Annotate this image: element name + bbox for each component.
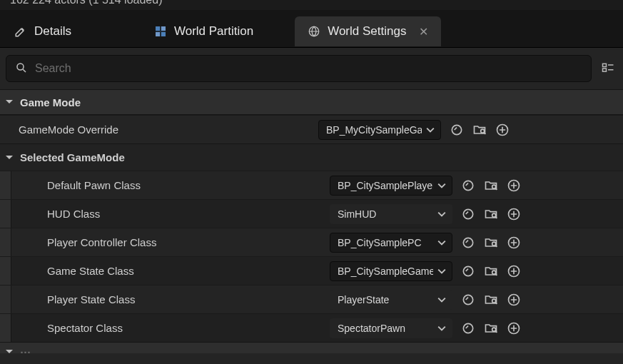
svg-rect-7	[603, 64, 607, 66]
row-gutter	[0, 200, 11, 228]
dropdown-player-controller[interactable]: BP_CitySamplePC	[330, 233, 452, 253]
disclosure-down-icon	[4, 347, 14, 354]
search-input[interactable]	[35, 62, 582, 75]
dropdown-player-state[interactable]: PlayerState	[330, 290, 452, 310]
row-game-state: Game State Class BP_CitySampleGameState	[0, 256, 623, 285]
label-text: Game State Class	[47, 265, 134, 277]
status-bar: 162 224 actors (1 514 loaded)	[0, 0, 623, 10]
browse-icon[interactable]	[482, 291, 500, 308]
disclosure-down-icon	[4, 153, 14, 163]
label-text: Player Controller Class	[47, 236, 156, 248]
grid-icon	[154, 25, 167, 38]
browse-icon[interactable]	[482, 263, 500, 280]
row-player-state: Player State Class PlayerState	[0, 285, 623, 313]
dropdown-value: SpectatorPawn	[338, 323, 433, 334]
subcategory-label: Selected GameMode	[20, 151, 125, 163]
svg-rect-1	[156, 26, 160, 31]
settings-grid-icon[interactable]	[599, 59, 617, 78]
browse-icon[interactable]	[482, 206, 500, 223]
chevron-down-icon	[437, 295, 446, 304]
close-icon[interactable]: ✕	[419, 25, 428, 39]
disclosure-down-icon	[4, 97, 14, 107]
reset-icon[interactable]	[460, 291, 477, 308]
tab-label: World Settings	[328, 24, 406, 39]
svg-rect-4	[161, 32, 166, 36]
label-text: Spectator Class	[47, 322, 123, 334]
row-spectator: Spectator Class SpectatorPawn	[0, 313, 623, 342]
dropdown-gamemode-override[interactable]: BP_MyCitySampleGameMode	[318, 120, 441, 140]
dropdown-hud-class[interactable]: SimHUD	[330, 204, 452, 224]
chevron-down-icon	[437, 181, 446, 190]
svg-point-9	[452, 125, 461, 134]
tab-label: Details	[34, 24, 71, 39]
add-new-icon[interactable]	[494, 121, 511, 138]
reset-icon[interactable]	[460, 263, 477, 280]
row-hud-class: HUD Class SimHUD	[0, 199, 623, 228]
reset-icon[interactable]	[460, 177, 477, 194]
tab-details[interactable]: Details	[1, 16, 84, 46]
row-gutter	[0, 314, 11, 342]
prop-label: Player State Class	[11, 293, 330, 305]
label-text: GameMode Override	[19, 123, 118, 136]
search-box[interactable]	[6, 55, 592, 82]
row-gutter	[0, 228, 11, 256]
row-gutter	[0, 285, 11, 313]
chevron-down-icon	[437, 238, 446, 247]
dropdown-default-pawn[interactable]: BP_CitySamplePlayer	[330, 176, 452, 196]
svg-point-12	[463, 181, 472, 190]
svg-point-24	[463, 295, 472, 304]
browse-icon[interactable]	[482, 234, 500, 251]
category-lights[interactable]: ⋯	[0, 342, 623, 353]
svg-point-6	[17, 64, 24, 70]
reset-icon[interactable]	[460, 234, 477, 251]
prop-label: Spectator Class	[11, 322, 330, 334]
svg-rect-2	[161, 26, 166, 31]
chevron-down-icon	[437, 210, 446, 218]
reset-icon[interactable]	[460, 206, 477, 223]
tab-world-partition[interactable]: World Partition	[141, 16, 266, 46]
world-settings-panel: Game Mode GameMode Override BP_MyCitySam…	[0, 47, 623, 364]
dropdown-game-state[interactable]: BP_CitySampleGameState	[330, 261, 452, 281]
add-new-icon[interactable]	[505, 206, 522, 223]
prop-label: GameMode Override	[0, 123, 318, 136]
add-new-icon[interactable]	[505, 291, 522, 308]
label-text: Player State Class	[47, 293, 135, 305]
row-default-pawn: Default Pawn Class BP_CitySamplePlayer	[0, 171, 623, 199]
browse-icon[interactable]	[482, 177, 500, 194]
add-new-icon[interactable]	[505, 234, 522, 251]
category-label: ⋯	[20, 345, 31, 354]
svg-point-27	[463, 323, 472, 333]
dropdown-value: PlayerState	[338, 294, 433, 305]
svg-point-18	[463, 238, 472, 247]
subcategory-selected-gamemode[interactable]: Selected GameMode	[0, 143, 623, 171]
pencil-ruler-icon	[14, 25, 27, 38]
category-label: Game Mode	[20, 96, 81, 108]
add-new-icon[interactable]	[505, 177, 522, 194]
reset-icon[interactable]	[460, 320, 477, 337]
dropdown-value: SimHUD	[338, 208, 433, 220]
svg-point-15	[463, 209, 472, 218]
svg-rect-3	[156, 32, 160, 36]
prop-label: HUD Class	[11, 208, 330, 220]
row-gamemode-override: GameMode Override BP_MyCitySampleGameMod…	[0, 115, 623, 143]
globe-icon	[308, 25, 320, 38]
add-new-icon[interactable]	[505, 263, 522, 280]
chevron-down-icon	[426, 126, 435, 134]
row-gutter	[0, 171, 11, 199]
tab-world-settings[interactable]: World Settings ✕	[295, 16, 441, 46]
browse-icon[interactable]	[471, 121, 488, 138]
prop-label: Game State Class	[11, 265, 330, 277]
dropdown-value: BP_CitySamplePC	[338, 237, 433, 248]
svg-rect-8	[603, 69, 607, 71]
reset-icon[interactable]	[448, 121, 465, 138]
category-game-mode[interactable]: Game Mode	[0, 89, 623, 115]
dropdown-value: BP_CitySamplePlayer	[338, 180, 433, 191]
row-gutter	[0, 257, 11, 285]
dropdown-spectator[interactable]: SpectatorPawn	[330, 318, 452, 338]
browse-icon[interactable]	[482, 320, 500, 337]
add-new-icon[interactable]	[505, 320, 522, 337]
actor-count-text: 162 224 actors (1 514 loaded)	[10, 0, 162, 6]
search-row	[0, 48, 623, 89]
dropdown-value: BP_CitySampleGameState	[338, 266, 433, 277]
row-player-controller: Player Controller Class BP_CitySamplePC	[0, 228, 623, 256]
